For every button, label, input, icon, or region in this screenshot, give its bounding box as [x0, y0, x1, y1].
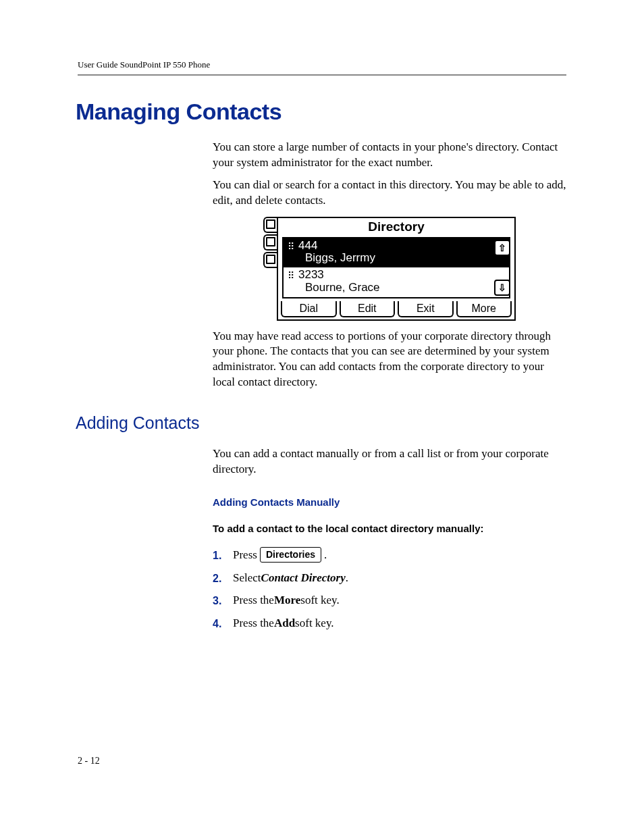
running-header: User Guide SoundPoint IP 550 Phone: [78, 59, 566, 74]
contact-number: 444: [298, 240, 505, 253]
softkey-more: More: [456, 301, 512, 317]
contact-row-selected: ⠿ 444 Biggs, Jerrmy: [284, 238, 509, 267]
step-item: Press the Add soft key.: [213, 615, 566, 632]
keypad-icon: ⠿: [288, 240, 298, 253]
scroll-down-icon: ⇩: [494, 280, 510, 296]
steps-list: Press Directories . Select Contact Direc…: [213, 546, 566, 631]
step-text: soft key.: [300, 592, 339, 609]
line-tab-icon: [263, 217, 277, 233]
step-text: Press the: [233, 592, 274, 609]
step-bold: More: [274, 592, 300, 609]
contact-name: Biggs, Jerrmy: [298, 252, 505, 265]
page-number: 2 - 12: [78, 756, 100, 766]
managing-contacts-heading: Managing Contacts: [76, 99, 566, 125]
contact-name: Bourne, Grace: [298, 282, 505, 294]
adding-manually-heading: Adding Contacts Manually: [213, 496, 566, 508]
softkey-dial: Dial: [281, 301, 337, 317]
body-paragraph: You can store a large number of contacts…: [213, 140, 566, 171]
scroll-up-icon: ⇧: [494, 240, 510, 256]
step-text: soft key.: [295, 615, 333, 632]
step-text: .: [346, 569, 348, 587]
directories-key-icon: Directories: [260, 547, 321, 563]
body-paragraph: You may have read access to portions of …: [213, 329, 566, 391]
contact-number: 3233: [298, 269, 505, 282]
line-tab-icon: [263, 252, 277, 268]
softkey-exit: Exit: [398, 301, 454, 317]
step-text: Press the: [233, 615, 274, 632]
softkey-edit: Edit: [340, 301, 396, 317]
contact-row: ⠿ 3233 Bourne, Grace: [284, 267, 509, 296]
phone-line-tabs: [263, 217, 277, 321]
step-item: Select Contact Directory .: [213, 569, 566, 587]
step-text: .: [324, 546, 327, 564]
step-emphasis: Contact Directory: [261, 569, 346, 587]
phone-screen-title: Directory: [278, 218, 514, 237]
keypad-icon: ⠿: [288, 269, 298, 282]
adding-contacts-heading: Adding Contacts: [76, 413, 566, 433]
step-text: Select: [233, 569, 261, 587]
instruction-lead: To add a contact to the local contact di…: [213, 523, 566, 534]
body-paragraph: You can dial or search for a contact in …: [213, 178, 566, 209]
phone-contact-list: ⇧ ⠿ 444 Biggs, Jerrmy ⠿ 3233: [282, 237, 510, 298]
step-item: Press the More soft key.: [213, 592, 566, 609]
step-bold: Add: [274, 615, 295, 632]
body-paragraph: You can add a contact manually or from a…: [213, 446, 566, 477]
header-rule: [78, 74, 566, 76]
line-tab-icon: [263, 234, 277, 251]
phone-screenshot: Directory ⇧ ⠿ 444 Biggs, Jerrmy ⠿: [263, 217, 516, 321]
step-text: Press: [233, 546, 257, 564]
step-item: Press Directories .: [213, 546, 566, 564]
